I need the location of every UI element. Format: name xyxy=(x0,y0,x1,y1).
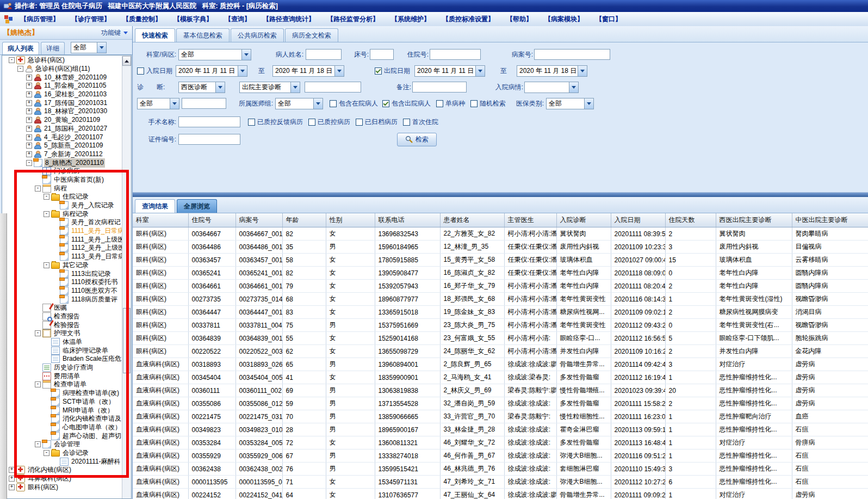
collapse-toggle[interactable]: - xyxy=(35,330,41,336)
table-row[interactable]: 眼科(病区)0036466700364667_00182女13696832543… xyxy=(133,227,868,241)
chevron-down-icon[interactable] xyxy=(569,82,578,93)
chevron-down-icon[interactable] xyxy=(290,82,300,93)
tree-node-label[interactable]: 1113_吴丹_日常病 xyxy=(70,252,122,261)
tree-node[interactable]: -急诊科(病区)组(11) xyxy=(2,65,122,73)
row4-text-input[interactable] xyxy=(182,98,226,109)
tree-node-label[interactable]: Braden Scale压疮危 xyxy=(61,354,122,364)
expand-toggle[interactable]: + xyxy=(26,100,32,106)
tree-node[interactable]: SCT申请单（改） xyxy=(2,398,122,406)
tree-node[interactable]: 20201111-麻醉科 xyxy=(2,457,122,466)
diagnosis-text-input[interactable] xyxy=(305,82,361,93)
patient-name-input[interactable] xyxy=(306,49,342,60)
tree-node[interactable]: 门诊病历 xyxy=(2,167,122,176)
patient-filter-select[interactable]: 全部 xyxy=(71,42,107,53)
expand-toggle[interactable]: + xyxy=(26,151,32,157)
tree-node-label[interactable]: 急诊科(病区) xyxy=(27,56,66,65)
tree-node-label[interactable]: 18_林禄官_20201030 xyxy=(43,107,108,116)
table-row[interactable]: 血液病科(病区)00001135950000113595_01071女15345… xyxy=(133,476,868,489)
remark-input[interactable] xyxy=(412,82,467,93)
search-button[interactable]: 检索 xyxy=(397,133,437,146)
column-header[interactable]: 联系电话 xyxy=(375,213,440,227)
discharge-date-from-select[interactable]: 2020 年 11 月 11 日 xyxy=(414,65,485,77)
tree-node[interactable]: 1111_吴丹_上级医 xyxy=(2,235,122,244)
function-key-dropdown[interactable]: 功能键 xyxy=(101,28,128,38)
collapse-toggle[interactable]: - xyxy=(26,160,32,166)
column-header[interactable]: 年龄 xyxy=(282,213,326,227)
tree-node[interactable]: +耳鼻喉科(病区) xyxy=(2,475,122,483)
column-header[interactable]: 西医出院主要诊断 xyxy=(716,213,792,227)
tree-node-label[interactable]: 急诊科(病区)组(11) xyxy=(34,64,91,73)
table-row[interactable]: 眼科(病区)0036444700364447_00183女13365915018… xyxy=(133,306,868,319)
expand-toggle[interactable]: + xyxy=(26,75,32,81)
tree-node[interactable]: -检查申请单 xyxy=(2,380,122,389)
tree-node[interactable]: +21_陈国科_20201027 xyxy=(2,125,122,133)
table-row[interactable]: 眼科(病区)0022052200220522_00362女13655098729… xyxy=(133,345,868,358)
tab-patient-list[interactable]: 病人列表 xyxy=(2,42,39,54)
tree-node-label[interactable]: 20_黄瑜_20201109 xyxy=(43,115,101,125)
collapse-toggle[interactable]: - xyxy=(35,186,41,192)
tree-node[interactable]: -病程 xyxy=(2,184,122,193)
column-header[interactable]: 住院号 xyxy=(188,213,235,227)
tree-node-label[interactable]: 其它记录 xyxy=(61,261,90,270)
admit-date-to-select[interactable]: 2020 年 11 月 18 日 xyxy=(272,65,344,77)
tree-node-label[interactable]: 临床护理记录单 xyxy=(61,346,109,355)
tree-node-label[interactable]: 眼科(病区) xyxy=(27,483,59,492)
tree-node-label[interactable]: 4_毛起沙_20201107 xyxy=(43,133,104,142)
scroll-up-button[interactable] xyxy=(122,56,131,66)
expand-toggle[interactable]: + xyxy=(26,143,32,149)
bed-no-input[interactable] xyxy=(370,49,394,60)
qc-done-checkbox[interactable] xyxy=(308,119,315,126)
tree-node-label[interactable]: 医嘱 xyxy=(53,303,68,312)
discharge-date-checkbox[interactable] xyxy=(375,67,382,75)
tree-node[interactable]: 1112_吴丹_上级医 xyxy=(2,244,122,252)
tree-node[interactable]: 历史诊疗查询 xyxy=(2,364,122,372)
table-row[interactable]: 血液病科(病区)0022147500221475_03170男138590666… xyxy=(133,410,868,423)
table-row[interactable]: 眼科(病区)0027373500273735_01468女18960877977… xyxy=(133,293,868,306)
collapse-toggle[interactable]: - xyxy=(35,381,41,387)
table-row[interactable]: 血液病科(病区)0035328400353284_00572女136008113… xyxy=(133,436,868,449)
collapse-toggle[interactable]: - xyxy=(44,194,49,200)
menu-item[interactable]: 【病历管理】 xyxy=(20,15,59,24)
tree-node-label[interactable]: 历史诊疗查询 xyxy=(53,363,94,372)
tab-query-results[interactable]: 查询结果 xyxy=(135,199,175,213)
tree-node[interactable]: +16_梁桂影_20201103 xyxy=(2,90,122,99)
tree-node[interactable]: +眼科(病区) xyxy=(2,483,122,491)
tree-node-label[interactable]: 21_陈国科_20201027 xyxy=(43,124,108,133)
include-in-hospital-checkbox[interactable] xyxy=(330,100,337,107)
tree-node-label[interactable]: 吴丹_入院记录 xyxy=(70,201,115,210)
tree-node-label[interactable]: 体温单 xyxy=(61,337,83,347)
chevron-down-icon[interactable] xyxy=(578,66,587,76)
diagnosis-scope-select[interactable]: 出院主要诊断 xyxy=(239,82,300,93)
table-row[interactable]: 眼科(病区)0036466100364661_00179女15392057943… xyxy=(133,280,868,293)
column-header[interactable]: 主管医生 xyxy=(504,213,556,227)
tree-node-label[interactable]: 1112_吴丹_上级医 xyxy=(70,243,122,252)
table-row[interactable]: 血液病科(病区)0036011100360111_00269男130638198… xyxy=(133,384,868,397)
menu-item[interactable]: 【诊疗管理】 xyxy=(71,15,110,24)
collapse-toggle[interactable]: - xyxy=(17,66,23,72)
random-search-checkbox[interactable] xyxy=(470,100,478,107)
tree-node-label[interactable]: 费用清单 xyxy=(53,372,81,381)
menu-item[interactable]: 【系统维护】 xyxy=(391,15,430,24)
tree-node-label[interactable]: 会诊记录 xyxy=(61,448,90,458)
tree-node[interactable]: MRI申请单（改） xyxy=(2,406,122,415)
menu-item[interactable]: 【病案模块】 xyxy=(544,15,584,24)
table-row[interactable]: 血液病科(病区)0034540400345404_00541女183599009… xyxy=(133,371,868,384)
tree-node[interactable]: 费用清单 xyxy=(2,372,122,380)
menu-item[interactable]: 【质控标准设置】 xyxy=(442,15,494,24)
insurance-type-select[interactable]: 全部 xyxy=(546,98,594,109)
table-row[interactable]: 血液病科(病区)0034982300349823_01028男189659001… xyxy=(133,423,868,436)
column-header[interactable]: 中医出院主要诊断 xyxy=(792,213,868,227)
expand-toggle[interactable]: + xyxy=(26,126,32,132)
surgery-name-input[interactable] xyxy=(178,116,240,127)
expand-toggle[interactable]: + xyxy=(26,117,32,123)
column-header[interactable]: 性别 xyxy=(326,213,375,227)
menu-item[interactable]: 【模板字典】 xyxy=(173,15,213,24)
tree-node[interactable]: 心电图申请单（改） xyxy=(2,423,122,432)
expand-toggle[interactable]: + xyxy=(9,467,15,473)
tree-node[interactable]: 1111_吴丹_日常病 xyxy=(2,227,122,236)
record-no-input[interactable] xyxy=(534,49,610,60)
tree-node-label[interactable]: 20201111-麻醉科 xyxy=(70,457,122,466)
tree-node[interactable]: +17_陈传国_20201031 xyxy=(2,98,122,107)
chevron-down-icon[interactable] xyxy=(97,42,106,53)
column-header[interactable]: 科室 xyxy=(133,213,188,227)
